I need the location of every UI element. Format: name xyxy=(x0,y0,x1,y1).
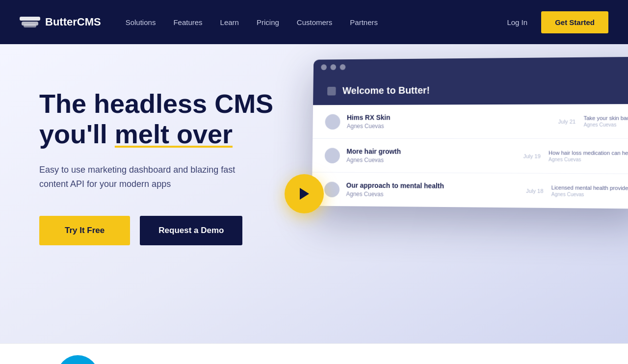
nav-partners[interactable]: Partners xyxy=(350,18,378,26)
row-2-author: Agnes Cuevas xyxy=(346,156,516,164)
navbar: ButterCMS Solutions Features Learn Prici… xyxy=(0,0,628,44)
logo-text: ButterCMS xyxy=(45,16,101,28)
row-2-main: More hair growth Agnes Cuevas xyxy=(346,148,516,164)
get-started-button[interactable]: Get Started xyxy=(541,11,608,33)
row-3-date: July 18 xyxy=(526,187,543,193)
hero-subtitle: Easy to use marketing dashboard and blaz… xyxy=(39,163,260,191)
window-dot-3 xyxy=(340,64,346,70)
avatar-3 xyxy=(324,182,340,197)
row-1-date: July 21 xyxy=(558,118,576,124)
row-3-title: Our approach to mental health xyxy=(346,182,519,190)
row-3-meta: July 18 Licensed mental health providers… xyxy=(526,184,628,198)
hero-title: The headless CMS you'll melt over xyxy=(39,88,280,149)
dashboard-mockup: Welcome to Butter! Hims RX Skin Agnes Cu… xyxy=(312,57,628,209)
dashboard-welcome-text: Welcome to Butter! xyxy=(342,85,430,97)
row-1-main: Hims RX Skin Agnes Cuevas xyxy=(347,113,551,130)
request-demo-button[interactable]: Request a Demo xyxy=(140,216,242,245)
nav-features[interactable]: Features xyxy=(173,18,202,26)
dashboard-titlebar xyxy=(314,57,628,75)
svg-rect-2 xyxy=(24,25,36,27)
hero-content: The headless CMS you'll melt over Easy t… xyxy=(0,44,280,343)
hero-buttons: Try It Free Request a Demo xyxy=(39,216,280,245)
nav-customers[interactable]: Customers xyxy=(297,18,333,26)
dashboard-row-2: More hair growth Agnes Cuevas July 19 Ho… xyxy=(312,139,628,174)
nav-learn[interactable]: Learn xyxy=(220,18,239,26)
dashboard-header: Welcome to Butter! xyxy=(313,73,628,105)
svg-marker-3 xyxy=(300,188,309,200)
row-3-main: Our approach to mental health Agnes Cuev… xyxy=(346,182,519,199)
logo-salesforce: salesforce xyxy=(57,355,99,364)
row-1-preview-text: Take your skin back xyxy=(583,115,628,121)
row-2-preview-author: Agnes Cuevas xyxy=(549,156,628,162)
row-3-preview-text: Licensed mental health providers xyxy=(551,184,628,191)
hero-title-highlight: melt over xyxy=(115,119,233,149)
row-3-preview-author: Agnes Cuevas xyxy=(551,191,628,197)
play-icon xyxy=(299,187,310,200)
hero-title-line2: you'll melt over xyxy=(39,119,280,149)
nav-pricing[interactable]: Pricing xyxy=(257,18,279,26)
play-button[interactable] xyxy=(285,174,324,213)
row-2-title: More hair growth xyxy=(346,148,516,156)
dashboard-row-1: Hims RX Skin Agnes Cuevas July 21 Take y… xyxy=(313,104,628,139)
row-3-author: Agnes Cuevas xyxy=(346,190,519,199)
hero-section: The headless CMS you'll melt over Easy t… xyxy=(0,44,628,343)
window-dot-2 xyxy=(330,64,336,70)
avatar-2 xyxy=(325,148,340,163)
window-dot-1 xyxy=(321,64,327,70)
nav-links: Solutions Features Learn Pricing Custome… xyxy=(126,18,507,26)
nav-solutions[interactable]: Solutions xyxy=(126,18,156,26)
dashboard-home-icon xyxy=(327,86,336,95)
dashboard-content: Hims RX Skin Agnes Cuevas July 21 Take y… xyxy=(312,104,628,209)
try-free-button[interactable]: Try It Free xyxy=(39,216,130,245)
logo-link[interactable]: ButterCMS xyxy=(20,15,101,29)
row-2-preview: How hair loss medication can help Agnes … xyxy=(549,150,628,162)
hero-title-line1: The headless CMS xyxy=(39,88,280,119)
salesforce-badge: salesforce xyxy=(57,355,99,364)
row-2-date: July 19 xyxy=(523,153,541,159)
row-2-meta: July 19 How hair loss medication can hel… xyxy=(523,150,628,162)
row-1-meta: July 21 Take your skin back Agnes Cuevas xyxy=(558,115,628,128)
dashboard-row-3: Our approach to mental health Agnes Cuev… xyxy=(312,173,628,209)
svg-rect-0 xyxy=(20,17,40,21)
row-3-preview: Licensed mental health providers Agnes C… xyxy=(551,184,628,198)
row-1-preview: Take your skin back Agnes Cuevas xyxy=(583,115,628,127)
logos-section: ‹ salesforce 1 800 contacts $ LIBERTYTAX… xyxy=(0,343,628,364)
avatar-1 xyxy=(325,114,340,129)
row-1-title: Hims RX Skin xyxy=(347,113,551,122)
row-1-author: Agnes Cuevas xyxy=(347,123,551,130)
hero-visual: Welcome to Butter! Hims RX Skin Agnes Cu… xyxy=(280,44,628,343)
row-2-preview-text: How hair loss medication can help xyxy=(549,150,628,156)
login-button[interactable]: Log In xyxy=(507,18,527,26)
logos-track: salesforce 1 800 contacts $ LIBERTYTAX h… xyxy=(39,355,589,364)
butter-logo-icon xyxy=(20,15,40,29)
nav-actions: Log In Get Started xyxy=(507,11,608,33)
row-1-preview-author: Agnes Cuevas xyxy=(584,122,628,128)
hero-title-normal: you'll xyxy=(39,119,115,149)
